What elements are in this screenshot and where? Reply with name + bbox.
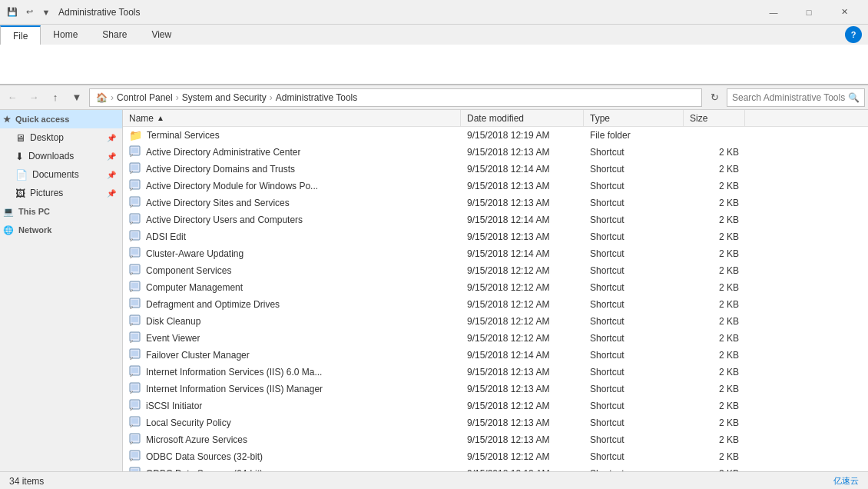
sidebar-item-network[interactable]: 🌐 Network — [0, 221, 122, 239]
table-row[interactable]: ODBC Data Sources (32-bit) 9/15/2018 12:… — [123, 448, 868, 465]
help-button[interactable]: ? — [845, 26, 868, 43]
table-row[interactable]: Component Services 9/15/2018 12:12 AM Sh… — [123, 262, 868, 279]
sidebar-item-pictures[interactable]: 🖼 Pictures 📌 — [0, 184, 122, 202]
file-date-cell: 9/15/2018 12:12 AM — [461, 468, 584, 471]
back-button[interactable]: ← — [3, 88, 22, 107]
breadcrumb-home[interactable]: 🏠 — [96, 92, 108, 103]
search-input[interactable] — [732, 92, 848, 103]
table-row[interactable]: Computer Management 9/15/2018 12:12 AM S… — [123, 279, 868, 296]
col-header-type[interactable]: Type — [584, 110, 684, 126]
refresh-button[interactable]: ↻ — [705, 88, 724, 107]
file-name-cell: Active Directory Sites and Services — [123, 196, 461, 211]
file-name-cell: ADSI Edit — [123, 230, 461, 244]
close-button[interactable]: ✕ — [827, 0, 862, 25]
file-name: iSCSI Initiator — [146, 401, 202, 411]
table-row[interactable]: Event Viewer 9/15/2018 12:12 AM Shortcut… — [123, 330, 868, 347]
minimize-button[interactable]: — — [756, 0, 791, 25]
sidebar-item-this-pc[interactable]: 💻 This PC — [0, 202, 122, 221]
window-controls: — □ ✕ — [756, 0, 862, 25]
title-bar-icons: 💾 ↩ ▼ — [6, 6, 52, 18]
tab-view[interactable]: View — [139, 25, 184, 45]
maximize-button[interactable]: □ — [791, 0, 827, 25]
table-row[interactable]: 📁 Terminal Services 9/15/2018 12:19 AM F… — [123, 127, 868, 144]
up-button[interactable]: ↑ — [46, 88, 65, 107]
recent-button[interactable]: ▼ — [68, 88, 86, 107]
table-row[interactable]: Failover Cluster Manager 9/15/2018 12:14… — [123, 347, 868, 364]
col-header-name[interactable]: Name ▲ — [123, 110, 461, 126]
table-row[interactable]: Disk Cleanup 9/15/2018 12:12 AM Shortcut… — [123, 313, 868, 330]
svg-rect-25 — [131, 283, 138, 288]
file-size-cell: 2 KB — [684, 248, 745, 259]
file-name: Failover Cluster Manager — [146, 350, 250, 361]
address-bar: ← → ↑ ▼ 🏠 › Control Panel › System and S… — [0, 85, 868, 110]
shortcut-icon — [129, 213, 141, 228]
tab-home[interactable]: Home — [41, 25, 90, 45]
col-header-date[interactable]: Date modified — [461, 110, 584, 126]
file-type-cell: Shortcut — [584, 198, 684, 208]
svg-rect-31 — [131, 317, 138, 322]
file-date-cell: 9/15/2018 12:14 AM — [461, 215, 584, 225]
address-path[interactable]: 🏠 › Control Panel › System and Security … — [89, 88, 702, 107]
table-row[interactable]: Local Security Policy 9/15/2018 12:13 AM… — [123, 414, 868, 431]
properties-icon: ▼ — [40, 6, 52, 18]
pictures-icon: 🖼 — [15, 188, 25, 199]
breadcrumb-admin-tools[interactable]: Administrative Tools — [276, 92, 358, 103]
file-name: ODBC Data Sources (64-bit) — [146, 468, 263, 471]
sidebar-item-documents[interactable]: 📄 Documents 📌 — [0, 165, 122, 184]
pin-icon: 📌 — [107, 134, 116, 142]
table-row[interactable]: Cluster-Aware Updating 9/15/2018 12:14 A… — [123, 245, 868, 262]
breadcrumb-system-security[interactable]: System and Security — [182, 92, 267, 103]
svg-rect-13 — [131, 215, 138, 221]
table-row[interactable]: Internet Information Services (IIS) 6.0 … — [123, 364, 868, 381]
file-name-cell: ODBC Data Sources (64-bit) — [123, 467, 461, 472]
shortcut-icon — [129, 179, 141, 194]
sidebar-item-quick-access[interactable]: ★ Quick access — [0, 110, 122, 128]
file-name-cell: Active Directory Administrative Center — [123, 145, 461, 160]
tab-share[interactable]: Share — [90, 25, 139, 45]
shortcut-icon — [129, 162, 141, 177]
shortcut-icon — [129, 281, 141, 295]
file-size-cell: 2 KB — [684, 350, 745, 361]
table-row[interactable]: Active Directory Administrative Center 9… — [123, 144, 868, 161]
forward-button[interactable]: → — [25, 88, 43, 107]
table-row[interactable]: Active Directory Users and Computers 9/1… — [123, 211, 868, 228]
file-type-cell: Shortcut — [584, 468, 684, 471]
table-row[interactable]: ADSI Edit 9/15/2018 12:13 AM Shortcut 2 … — [123, 228, 868, 245]
tab-file[interactable]: File — [0, 25, 41, 45]
file-type-cell: Shortcut — [584, 451, 684, 462]
documents-icon: 📄 — [15, 169, 28, 181]
svg-rect-4 — [131, 165, 138, 170]
shortcut-icon — [129, 399, 141, 414]
file-type-cell: Shortcut — [584, 367, 684, 378]
file-rows-container: 📁 Terminal Services 9/15/2018 12:19 AM F… — [123, 127, 868, 471]
file-type-cell: Shortcut — [584, 265, 684, 276]
svg-rect-49 — [131, 418, 138, 424]
file-name-cell: Computer Management — [123, 281, 461, 295]
table-row[interactable]: Defragment and Optimize Drives 9/15/2018… — [123, 296, 868, 313]
file-name-cell: Microsoft Azure Services — [123, 433, 461, 447]
file-name: Internet Information Services (IIS) Mana… — [146, 384, 323, 394]
table-row[interactable]: ODBC Data Sources (64-bit) 9/15/2018 12:… — [123, 465, 868, 471]
sidebar-item-downloads[interactable]: ⬇ Downloads 📌 — [0, 147, 122, 165]
pin-icon-2: 📌 — [107, 152, 116, 161]
file-name-cell: Disk Cleanup — [123, 314, 461, 329]
shortcut-icon — [129, 365, 141, 380]
sidebar-item-desktop[interactable]: 🖥 Desktop 📌 — [0, 128, 122, 147]
search-box[interactable]: 🔍 — [727, 88, 865, 107]
pin-icon-3: 📌 — [107, 171, 116, 179]
table-row[interactable]: Internet Information Services (IIS) Mana… — [123, 381, 868, 398]
table-row[interactable]: Active Directory Domains and Trusts 9/15… — [123, 161, 868, 178]
breadcrumb-control-panel[interactable]: Control Panel — [117, 92, 173, 103]
table-row[interactable]: Active Directory Module for Windows Po..… — [123, 178, 868, 195]
table-row[interactable]: Microsoft Azure Services 9/15/2018 12:13… — [123, 431, 868, 448]
file-name-cell: Event Viewer — [123, 331, 461, 346]
folder-icon: 📁 — [129, 129, 142, 141]
col-header-size[interactable]: Size — [684, 110, 745, 126]
table-row[interactable]: Active Directory Sites and Services 9/15… — [123, 195, 868, 211]
sort-arrow: ▲ — [157, 114, 164, 122]
save-icon: 💾 — [6, 6, 18, 18]
file-list[interactable]: Name ▲ Date modified Type Size 📁 Termina… — [123, 110, 868, 471]
table-row[interactable]: iSCSI Initiator 9/15/2018 12:12 AM Short… — [123, 398, 868, 414]
item-count: 34 items — [9, 476, 44, 487]
file-size-cell: 2 KB — [684, 215, 745, 225]
